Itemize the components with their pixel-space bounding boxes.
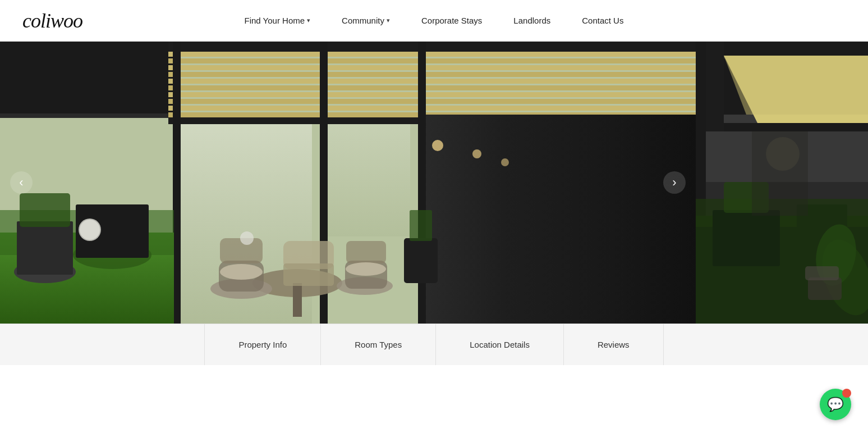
svg-rect-22 bbox=[0, 210, 174, 255]
svg-rect-5 bbox=[168, 58, 696, 63]
nav-link-community[interactable]: Community ▾ bbox=[342, 16, 390, 25]
chevron-down-icon: ▾ bbox=[387, 17, 390, 24]
svg-rect-41 bbox=[410, 210, 432, 241]
svg-rect-2 bbox=[0, 113, 174, 118]
svg-point-45 bbox=[79, 219, 101, 241]
svg-rect-19 bbox=[181, 124, 312, 324]
svg-rect-6 bbox=[168, 65, 696, 70]
svg-rect-9 bbox=[168, 85, 696, 90]
nav-link-landlords[interactable]: Landlords bbox=[513, 16, 550, 25]
svg-rect-20 bbox=[328, 124, 410, 236]
svg-rect-67 bbox=[805, 266, 839, 280]
svg-point-30 bbox=[210, 279, 272, 299]
svg-point-69 bbox=[766, 137, 800, 171]
svg-point-26 bbox=[73, 241, 151, 269]
tab-room-types[interactable]: Room Types bbox=[321, 324, 436, 366]
navbar: coliwoo Find Your Home ▾Community ▾Corpo… bbox=[0, 0, 868, 42]
svg-point-23 bbox=[14, 261, 76, 283]
svg-rect-32 bbox=[220, 238, 263, 263]
svg-point-44 bbox=[501, 158, 509, 166]
svg-rect-40 bbox=[404, 238, 438, 283]
svg-rect-4 bbox=[168, 52, 696, 57]
nav-link-corporate-stays[interactable]: Corporate Stays bbox=[421, 16, 482, 25]
tab-navigation: Property InfoRoom TypesLocation DetailsR… bbox=[0, 324, 868, 365]
svg-rect-15 bbox=[421, 115, 696, 324]
svg-point-43 bbox=[472, 149, 481, 158]
svg-rect-7 bbox=[168, 72, 696, 77]
tab-location-details[interactable]: Location Details bbox=[436, 324, 564, 366]
tab-reviews[interactable]: Reviews bbox=[564, 324, 664, 366]
carousel-main: ‹ › bbox=[0, 42, 696, 324]
svg-rect-25 bbox=[20, 193, 70, 227]
svg-rect-61 bbox=[713, 210, 780, 266]
chevron-down-icon: ▾ bbox=[307, 17, 310, 24]
svg-point-37 bbox=[346, 262, 386, 276]
svg-rect-27 bbox=[76, 204, 149, 258]
brand-logo: coliwoo bbox=[22, 10, 82, 32]
nav-links: Find Your Home ▾Community ▾Corporate Sta… bbox=[229, 16, 640, 25]
svg-rect-16 bbox=[173, 42, 181, 324]
svg-rect-17 bbox=[320, 42, 328, 324]
svg-point-46 bbox=[80, 220, 100, 240]
svg-marker-57 bbox=[724, 123, 868, 131]
svg-point-42 bbox=[432, 140, 443, 151]
hero-carousel: ‹ › bbox=[0, 42, 868, 324]
svg-rect-21 bbox=[0, 233, 174, 324]
svg-marker-55 bbox=[724, 56, 868, 115]
carousel-thumbnail[interactable] bbox=[696, 42, 868, 324]
svg-rect-10 bbox=[168, 92, 696, 97]
svg-rect-31 bbox=[219, 261, 264, 292]
svg-point-28 bbox=[252, 269, 342, 297]
svg-rect-38 bbox=[283, 241, 334, 269]
svg-rect-29 bbox=[293, 283, 302, 317]
carousel-next-button[interactable]: › bbox=[663, 171, 686, 194]
svg-rect-53 bbox=[724, 42, 868, 56]
nav-link-find-your-home[interactable]: Find Your Home ▾ bbox=[245, 16, 311, 25]
svg-rect-11 bbox=[168, 99, 696, 104]
svg-rect-1 bbox=[0, 42, 174, 115]
svg-rect-8 bbox=[168, 79, 696, 84]
svg-point-34 bbox=[337, 277, 393, 295]
svg-rect-24 bbox=[17, 221, 73, 275]
logo[interactable]: coliwoo bbox=[22, 9, 82, 33]
svg-rect-39 bbox=[283, 263, 334, 286]
svg-rect-0 bbox=[0, 42, 696, 324]
svg-rect-66 bbox=[808, 277, 842, 300]
svg-rect-35 bbox=[345, 261, 387, 289]
svg-rect-18 bbox=[418, 42, 426, 324]
svg-rect-14 bbox=[168, 117, 696, 124]
svg-rect-12 bbox=[168, 106, 696, 111]
carousel-prev-button[interactable]: ‹ bbox=[10, 171, 33, 194]
tab-property-info[interactable]: Property Info bbox=[204, 324, 321, 366]
svg-rect-13 bbox=[168, 112, 696, 117]
svg-rect-36 bbox=[346, 241, 386, 263]
svg-point-47 bbox=[240, 231, 254, 245]
svg-point-33 bbox=[220, 264, 263, 280]
svg-rect-3 bbox=[168, 42, 696, 52]
nav-link-contact-us[interactable]: Contact Us bbox=[582, 16, 623, 25]
